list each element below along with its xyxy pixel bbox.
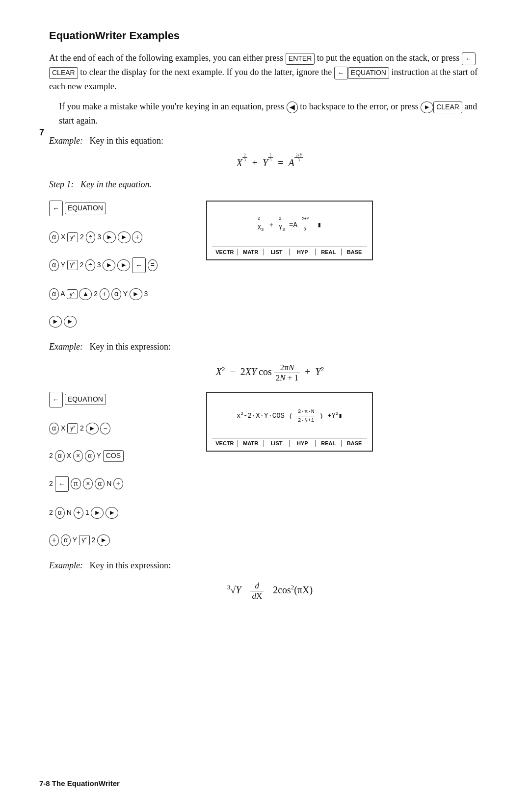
- page-number: 7: [39, 127, 44, 138]
- ks1-plus1: +: [132, 231, 142, 243]
- ks1-back: ←: [49, 201, 63, 216]
- example3-label: Example: Key in this expression:: [49, 558, 491, 573]
- enter-key: ENTER: [286, 53, 315, 65]
- example2-key-screen: ← EQUATION α X yx 2 ► − 2 α X × α Y COS …: [49, 392, 491, 547]
- example1-key-screen: ← EQUATION α X yx 2 ÷ 3 ► ► + α Y yx 2 ÷…: [49, 201, 491, 328]
- ks1-plus2: +: [100, 288, 109, 300]
- screen1-menu: VECTR MATR LIST HYP REAL BASE: [212, 247, 367, 255]
- ks1-up: ▲: [79, 288, 92, 300]
- ks1-yx3: yx: [67, 289, 78, 300]
- ks1-equation: EQUATION: [65, 203, 106, 214]
- ks2-plus1: +: [74, 507, 83, 519]
- ks2-alpha1: α: [49, 423, 59, 434]
- ks1-right4a: ►: [49, 316, 62, 328]
- ks1-eq: =: [148, 259, 158, 271]
- clear-key-1: CLEAR: [49, 67, 78, 79]
- ks2-times2: ×: [83, 478, 93, 490]
- page-title: EquationWriter Examples: [49, 29, 491, 42]
- ks1-yx2: yx: [67, 260, 78, 270]
- menu2-vectr: VECTR: [212, 440, 238, 447]
- ks2-yx1: yx: [67, 423, 78, 433]
- ks1-alpha3: α: [49, 288, 59, 300]
- example1-key-sequence: ← EQUATION α X yx 2 ÷ 3 ► ► + α Y yx 2 ÷…: [49, 201, 186, 328]
- ks2-plus2: +: [49, 534, 59, 546]
- ks1-div1: ÷: [86, 231, 96, 243]
- ks1-alpha4: α: [111, 288, 121, 300]
- example1-formula: X 2 3 + Y 2 3 = A 2+Y 3: [49, 156, 491, 169]
- ks1-right1a: ►: [103, 231, 116, 243]
- back-key-1: ←: [462, 52, 476, 65]
- ks2-pi: π: [71, 478, 81, 490]
- ks2-right3: ►: [97, 534, 110, 546]
- menu2-list: LIST: [264, 440, 290, 447]
- screen2-menu: VECTR MATR LIST HYP REAL BASE: [212, 438, 367, 447]
- ks2-right2b: ►: [106, 507, 118, 519]
- ks2-times1: ×: [73, 450, 83, 462]
- ks2-minus1: −: [100, 423, 110, 434]
- ks2-yx2: yx: [79, 535, 90, 545]
- ks1-right4b: ►: [64, 316, 77, 328]
- ks2-div1: ÷: [113, 478, 123, 490]
- backspace-key: ◀: [287, 102, 298, 113]
- example3-formula: 3√Y d dX 2cos2(πX): [49, 581, 491, 601]
- ks2-back: ←: [49, 392, 63, 407]
- menu2-matr: MATR: [238, 440, 264, 447]
- equation-key-1: EQUATION: [348, 67, 389, 79]
- ks2-cos: COS: [103, 450, 124, 462]
- right-arrow-key: ►: [421, 102, 433, 113]
- ks1-right1b: ►: [118, 231, 131, 243]
- screen1-content: 2 X3 + 2 Y3 =A 2+Y 3 ▮: [212, 205, 367, 245]
- ks1-alpha2: α: [49, 259, 59, 271]
- example2-label: Example: Key in this expression:: [49, 340, 491, 354]
- example2-formula: X2 − 2XY cos 2πN 2N + 1 + Y2: [49, 363, 491, 383]
- example1-label: Example: Key in this equation:: [49, 134, 491, 148]
- intro-para1: At the end of each of the following exam…: [49, 51, 491, 94]
- ks2-alpha3: α: [85, 450, 95, 462]
- menu-base: BASE: [342, 249, 367, 255]
- menu2-hyp: HYP: [290, 440, 316, 447]
- ks2-alpha6: α: [61, 534, 71, 546]
- ks2-alpha2: α: [55, 450, 65, 462]
- ks2-right2a: ►: [91, 507, 104, 519]
- ks1-right2a: ►: [103, 259, 115, 271]
- ks1-yx1: yx: [67, 232, 78, 243]
- ks2-equation: EQUATION: [65, 394, 106, 406]
- ks1-alpha1: α: [49, 231, 59, 243]
- menu-real: REAL: [316, 249, 342, 255]
- menu-matr: MATR: [238, 249, 264, 255]
- ks2-back2: ←: [55, 476, 69, 492]
- ks1-right2b: ►: [117, 259, 130, 271]
- example1-screen: 2 X3 + 2 Y3 =A 2+Y 3 ▮ VECTR MATR LIST: [206, 201, 373, 260]
- ks2-right1: ►: [86, 423, 99, 434]
- ks1-div2: ÷: [85, 259, 95, 271]
- example2-screen: x2-2·X·Y·COS ( 2·π·N 2·N+1 ) +Y2▮ VECTR …: [206, 392, 373, 452]
- menu-hyp: HYP: [290, 249, 316, 255]
- ks2-alpha5: α: [55, 507, 65, 519]
- example2-key-sequence: ← EQUATION α X yx 2 ► − 2 α X × α Y COS …: [49, 392, 186, 547]
- menu2-real: REAL: [316, 440, 342, 447]
- intro-para2: If you make a mistake while you're keyin…: [59, 100, 491, 128]
- step1-label: Step 1: Key in the equation.: [49, 178, 491, 192]
- ks1-back2: ←: [132, 257, 146, 273]
- menu-list: LIST: [264, 249, 290, 255]
- page-footer: 7-8 The EquationWriter: [39, 779, 120, 787]
- screen2-content: x2-2·X·Y·COS ( 2·π·N 2·N+1 ) +Y2▮: [212, 397, 367, 436]
- back-key-2: ←: [334, 67, 348, 79]
- menu2-base: BASE: [342, 440, 367, 447]
- menu-vectr: VECTR: [212, 249, 238, 255]
- ks1-right3: ►: [130, 288, 142, 300]
- clear-key-2: CLEAR: [433, 102, 462, 113]
- ks2-alpha4: α: [95, 478, 105, 490]
